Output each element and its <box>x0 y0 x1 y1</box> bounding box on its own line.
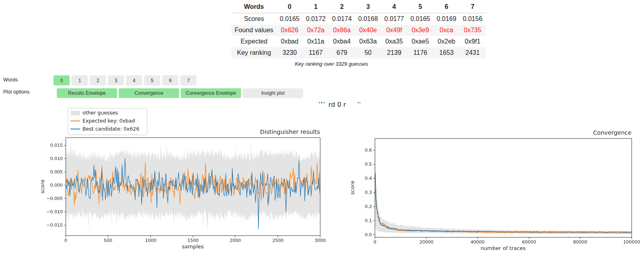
table-cell: 0.0156 <box>460 13 486 25</box>
table-cell: 0.0165 <box>277 13 303 25</box>
plot-option-convergence-envelope[interactable]: Convergence Envelope <box>181 88 241 98</box>
table-cell: 0xbad <box>277 36 303 47</box>
plot-options-label: Plot options <box>3 89 29 95</box>
word-button-7[interactable]: 7 <box>180 75 196 85</box>
distinguisher-results-chart <box>38 103 328 253</box>
results-table-head: Words01234567 <box>231 1 486 13</box>
table-row-expected: Expected0xbad0x11a0xba40x63a0xa350xae50x… <box>231 36 486 47</box>
table-cell: 0.0174 <box>329 13 355 25</box>
table-cell: 1653 <box>433 47 460 58</box>
table-header-7: 7 <box>460 1 486 13</box>
word-button-6[interactable]: 6 <box>162 75 178 85</box>
row-label-scores: Scores <box>231 13 277 25</box>
plot-option-convergence[interactable]: Convergence <box>119 88 179 98</box>
table-caption: Key ranking over 3329 guesses <box>231 61 431 67</box>
row-label-found-values: Found values <box>231 25 277 36</box>
table-cell: 0x2eb <box>433 36 460 47</box>
table-cell: 0x11a <box>303 36 329 47</box>
table-header-6: 6 <box>433 1 460 13</box>
sca-analysis-app: Words01234567 Scores0.01650.01720.01740.… <box>0 0 644 254</box>
table-header-3: 3 <box>355 1 381 13</box>
word-button-4[interactable]: 4 <box>126 75 142 85</box>
results-table-body: Scores0.01650.01720.01740.01680.01770.01… <box>231 13 486 59</box>
table-cell: 0xba4 <box>329 36 355 47</box>
table-cell: 1176 <box>407 47 433 58</box>
table-cell: 0x626 <box>277 25 303 36</box>
table-cell: 0x49f <box>381 25 407 36</box>
table-header-0: 0 <box>277 1 303 13</box>
word-button-0[interactable]: 0 <box>54 75 70 85</box>
table-cell: 0.0172 <box>303 13 329 25</box>
table-cell: 0x40e <box>355 25 381 36</box>
convergence-chart <box>346 103 644 253</box>
words-selector: 01234567 <box>54 75 198 85</box>
table-cell: 0x9f1 <box>460 36 486 47</box>
table-cell: 50 <box>355 47 381 58</box>
table-row-key-ranking: Key ranking32301167679502139117616532431 <box>231 47 486 58</box>
word-button-1[interactable]: 1 <box>72 75 88 85</box>
table-row-found-values: Found values0x6260x72a0x86a0x40e0x49f0x3… <box>231 25 486 36</box>
plot-option-insight-plot[interactable]: Insight plot <box>243 88 303 98</box>
plot-options-selector: Results EnvelopeConvergenceConvergence E… <box>57 88 305 98</box>
table-cell: 3230 <box>277 47 303 58</box>
word-button-5[interactable]: 5 <box>144 75 160 85</box>
word-button-3[interactable]: 3 <box>108 75 124 85</box>
table-header-4: 4 <box>381 1 407 13</box>
table-cell: 679 <box>329 47 355 58</box>
table-cell: 0.0177 <box>381 13 407 25</box>
table-header-5: 5 <box>407 1 433 13</box>
table-cell: 0xae5 <box>407 36 433 47</box>
table-cell: 0xca <box>433 25 460 36</box>
table-cell: 0.0165 <box>407 13 433 25</box>
row-label-expected: Expected <box>231 36 277 47</box>
table-cell: 0x86a <box>329 25 355 36</box>
table-header-1: 1 <box>303 1 329 13</box>
table-row-scores: Scores0.01650.01720.01740.01680.01770.01… <box>231 13 486 25</box>
table-cell: 0x63a <box>355 36 381 47</box>
table-cell: 0x72a <box>303 25 329 36</box>
table-cell: 0xa35 <box>381 36 407 47</box>
plot-option-results-envelope[interactable]: Results Envelope <box>57 88 117 98</box>
word-button-2[interactable]: 2 <box>90 75 106 85</box>
results-table: Words01234567 Scores0.01650.01720.01740.… <box>231 1 486 58</box>
table-cell: 0.0168 <box>355 13 381 25</box>
table-header-2: 2 <box>329 1 355 13</box>
table-cell: 0x3e9 <box>407 25 433 36</box>
row-label-key-ranking: Key ranking <box>231 47 277 58</box>
table-cell: 0.0169 <box>433 13 460 25</box>
table-cell: 2431 <box>460 47 486 58</box>
table-cell: 1167 <box>303 47 329 58</box>
table-header-words: Words <box>231 1 277 13</box>
words-selector-label: Words <box>3 77 18 83</box>
table-cell: 0x735 <box>460 25 486 36</box>
table-cell: 2139 <box>381 47 407 58</box>
